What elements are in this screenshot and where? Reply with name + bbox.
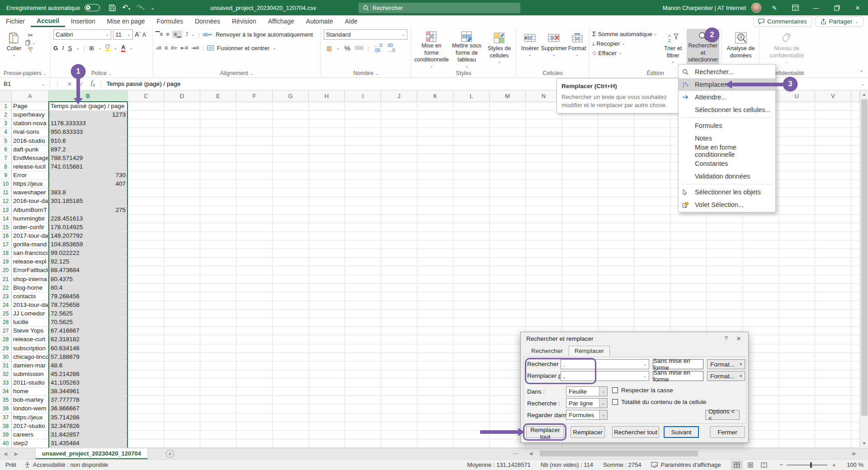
cell-O26[interactable] xyxy=(562,318,598,327)
cell-I35[interactable] xyxy=(345,396,381,404)
cell-H16[interactable] xyxy=(309,232,345,240)
cell-U27[interactable] xyxy=(779,327,815,335)
cell-B40[interactable]: 31.435484 xyxy=(48,439,128,448)
cell-H39[interactable] xyxy=(309,431,345,439)
cell-F27[interactable] xyxy=(236,327,273,335)
cell-K23[interactable] xyxy=(417,292,453,301)
menu-item-validation-données[interactable]: Validation données xyxy=(679,170,775,183)
cell-N11[interactable] xyxy=(526,188,562,197)
cell-H1[interactable] xyxy=(309,102,345,111)
cell-J37[interactable] xyxy=(381,414,417,422)
cell-E40[interactable] xyxy=(200,439,236,448)
row-header-7[interactable]: 7 xyxy=(0,154,12,163)
cell-D31[interactable] xyxy=(164,362,200,370)
cell-N9[interactable] xyxy=(526,171,562,180)
close-button[interactable]: ✕ xyxy=(847,0,868,15)
cell-B28[interactable]: 62.318182 xyxy=(48,335,128,344)
cell-H7[interactable] xyxy=(309,154,345,163)
cell-J28[interactable] xyxy=(381,335,417,344)
row-header-17[interactable]: 17 xyxy=(0,240,12,249)
cell-U15[interactable] xyxy=(779,223,815,232)
cell-U11[interactable] xyxy=(779,188,815,197)
cell-L19[interactable] xyxy=(453,258,490,266)
cell-Q17[interactable] xyxy=(634,240,670,249)
cell-D35[interactable] xyxy=(164,396,200,404)
cell-L24[interactable] xyxy=(453,301,490,310)
cell-V33[interactable] xyxy=(815,379,851,387)
cell-E11[interactable] xyxy=(200,188,236,197)
cell-E18[interactable] xyxy=(200,249,236,258)
cell-E17[interactable] xyxy=(200,240,236,249)
cell-N15[interactable] xyxy=(526,223,562,232)
cell-J34[interactable] xyxy=(381,387,417,396)
cell-R24[interactable] xyxy=(670,301,707,310)
column-header-G[interactable]: G xyxy=(273,90,309,102)
column-header-C[interactable]: C xyxy=(128,90,164,102)
cell-J21[interactable] xyxy=(381,275,417,284)
cell-L17[interactable] xyxy=(453,240,490,249)
cell-K34[interactable] xyxy=(417,387,453,396)
cell-U6[interactable] xyxy=(779,146,815,154)
cell-O20[interactable] xyxy=(562,266,598,275)
row-header-30[interactable]: 30 xyxy=(0,353,12,362)
cell-I8[interactable] xyxy=(345,163,381,171)
cell-E36[interactable] xyxy=(200,404,236,413)
cell-I30[interactable] xyxy=(345,353,381,362)
cell-U17[interactable] xyxy=(779,240,815,249)
cell-F18[interactable] xyxy=(236,249,273,258)
cell-A10[interactable]: https://jeux xyxy=(12,180,48,188)
cell-M26[interactable] xyxy=(490,318,526,327)
cell-B39[interactable]: 31.842857 xyxy=(48,431,128,439)
row-header-20[interactable]: 20 xyxy=(0,266,12,275)
cell-A4[interactable]: rival-sons xyxy=(12,128,48,136)
row-header-25[interactable]: 25 xyxy=(0,310,12,318)
cell-Q3[interactable] xyxy=(634,119,670,128)
cell-F4[interactable] xyxy=(236,128,273,136)
cell-D11[interactable] xyxy=(164,188,200,197)
cell-J25[interactable] xyxy=(381,310,417,318)
row-header-24[interactable]: 24 xyxy=(0,301,12,310)
cell-C2[interactable] xyxy=(128,111,164,119)
cell-E10[interactable] xyxy=(200,180,236,188)
cell-O14[interactable] xyxy=(562,215,598,223)
cell-C37[interactable] xyxy=(128,414,164,422)
cell-B21[interactable]: 80.4375 xyxy=(48,275,128,284)
cell-P26[interactable] xyxy=(598,318,634,327)
tab-insertion[interactable]: Insertion xyxy=(65,15,101,27)
cell-U13[interactable] xyxy=(779,206,815,215)
cell-G32[interactable] xyxy=(273,370,309,379)
scroll-right-icon[interactable]: ▶ xyxy=(849,451,860,456)
dialog-button-fermer[interactable]: Fermer xyxy=(710,426,745,438)
fill-color-icon[interactable]: ⛉ xyxy=(106,45,110,51)
cell-A21[interactable]: shop-interna xyxy=(12,275,48,284)
cell-Q5[interactable] xyxy=(634,137,670,146)
cell-G38[interactable] xyxy=(273,422,309,431)
cell-V20[interactable] xyxy=(815,266,851,275)
cell-R15[interactable] xyxy=(670,223,707,232)
cell-L35[interactable] xyxy=(453,396,490,404)
cell-Q22[interactable] xyxy=(634,284,670,292)
cell-K10[interactable] xyxy=(417,180,453,188)
cell-J18[interactable] xyxy=(381,249,417,258)
cell-C31[interactable] xyxy=(128,362,164,370)
cell-A32[interactable]: submission xyxy=(12,370,48,379)
cell-S25[interactable] xyxy=(707,310,743,318)
cell-U30[interactable] xyxy=(779,353,815,362)
cell-F22[interactable] xyxy=(236,284,273,292)
cell-L6[interactable] xyxy=(453,146,490,154)
cell-I24[interactable] xyxy=(345,301,381,310)
bold-button[interactable]: G xyxy=(53,45,58,52)
cell-U34[interactable] xyxy=(779,387,815,396)
cell-J11[interactable] xyxy=(381,188,417,197)
cell-I17[interactable] xyxy=(345,240,381,249)
cell-U23[interactable] xyxy=(779,292,815,301)
cell-M15[interactable] xyxy=(490,223,526,232)
cell-L23[interactable] xyxy=(453,292,490,301)
cell-K29[interactable] xyxy=(417,344,453,353)
cell-T22[interactable] xyxy=(743,284,779,292)
cell-F11[interactable] xyxy=(236,188,273,197)
cell-F25[interactable] xyxy=(236,310,273,318)
cell-D6[interactable] xyxy=(164,146,200,154)
cell-A20[interactable]: ErrorFallback xyxy=(12,266,48,275)
cell-G25[interactable] xyxy=(273,310,309,318)
